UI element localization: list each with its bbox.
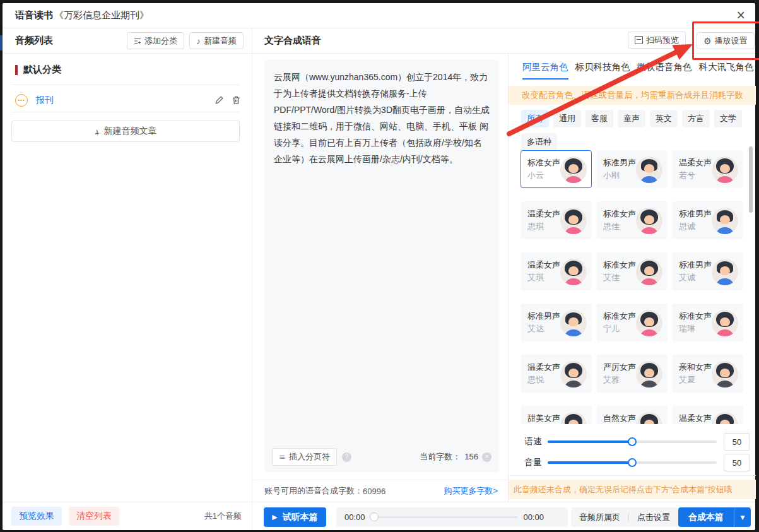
new-audio-button[interactable]: ♪ 新建音频 [189, 32, 244, 49]
avatar-face [568, 317, 579, 326]
chip-label: 客服 [591, 114, 608, 123]
slider-track[interactable] [548, 440, 717, 443]
voice-card[interactable]: 温柔女声 思琪 [521, 201, 592, 239]
avatar-face [644, 266, 654, 275]
voice-provider-tab[interactable]: 科大讯飞角色 [699, 61, 754, 80]
voice-card[interactable]: 标准男声 艾诚 [672, 252, 743, 290]
tab-label: 标贝科技角色 [575, 62, 630, 72]
audio-list-header: 音频列表 添加分类 ♪ 新建音频 [3, 28, 252, 53]
voice-sliders: 语速 音量 [509, 434, 756, 470]
voice-filter-chip[interactable]: 方言 [682, 110, 710, 127]
synthesize-button[interactable]: 合成本篇 ▼ [678, 507, 751, 527]
avatar-shirt [640, 227, 659, 234]
avatar-face [568, 266, 579, 275]
divider [11, 85, 240, 85]
slider-track[interactable] [548, 461, 717, 464]
delete-icon[interactable] [232, 95, 241, 105]
voice-filter-chip[interactable]: 客服 [585, 110, 613, 127]
audio-list-footer: 预览效果 清空列表 共1个音频 [3, 502, 252, 530]
voice-card[interactable]: 标准女声 艾佳 [596, 252, 668, 290]
tts-text-input[interactable]: 云展网（www.yunzhan365.com）创立于2014年，致力于为上传者提… [264, 60, 499, 472]
avatar-face [644, 215, 654, 224]
audio-page-label[interactable]: 音频所属页 [571, 507, 628, 527]
edit-icon[interactable] [215, 95, 224, 105]
avatar-shirt [564, 227, 583, 234]
chip-label: 所有 [527, 114, 543, 123]
voice-provider-tab[interactable]: 阿里云角色 [522, 61, 568, 80]
voice-provider-tab[interactable]: 标贝科技角色 [575, 61, 630, 80]
audio-item-baokan[interactable]: ••• 报刊 [15, 90, 244, 110]
voice-filter-chip[interactable]: 文学 [714, 110, 742, 127]
avatar-shirt [715, 329, 734, 336]
voice-card[interactable]: 温柔女声 艾琪 [521, 252, 592, 290]
play-settings-button[interactable]: ⚙ 播放设置 [697, 32, 755, 49]
scrollbar-thumb[interactable] [749, 146, 753, 213]
voice-card-grid: 标准女声 小云 标准男声 小刚 温柔女声 若兮 [521, 150, 745, 424]
voice-card[interactable]: 严厉女声 艾雅 [596, 355, 668, 393]
voice-filter-chip[interactable]: 通用 [553, 110, 581, 127]
avatar-shirt [564, 176, 583, 183]
tab-label: 微软语音角色 [637, 62, 692, 72]
voice-card[interactable]: 标准女声 瑞琳 [672, 304, 743, 341]
voice-card[interactable]: 自然女声 [596, 406, 668, 424]
voice-avatar [636, 208, 662, 234]
chevron-down-icon[interactable]: ▼ [734, 514, 751, 521]
voice-filter-chip[interactable]: 所有 [521, 110, 549, 127]
insert-page-break-button[interactable]: ≡ 插入分页符 [272, 448, 337, 466]
voice-filter-chips: 所有通用客服童声英文方言文学多语种 [509, 110, 753, 151]
avatar-face [720, 215, 730, 224]
voice-provider-tab[interactable]: 微软语音角色 [637, 61, 692, 80]
new-audio-article-button[interactable]: ♪ + 新建音频文章 [11, 121, 240, 142]
voice-card[interactable]: 亲和女声 艾夏 [672, 355, 743, 393]
voice-avatar [636, 157, 662, 183]
avatar-shirt [564, 329, 583, 336]
slider-thumb[interactable] [628, 437, 637, 446]
voice-card[interactable]: 标准女声 宁儿 [596, 304, 668, 341]
voice-card[interactable]: 标准男声 思诚 [672, 201, 743, 239]
voice-card[interactable]: 温柔女声 [672, 406, 743, 424]
avatar-shirt [640, 329, 659, 336]
category-default[interactable]: 默认分类 [15, 64, 61, 76]
voice-card[interactable]: 标准女声 思佳 [596, 201, 668, 239]
audio-count: 共1个音频 [204, 511, 242, 522]
tts-editor-title: 文字合成语音 [264, 35, 321, 47]
slider-thumb[interactable] [628, 458, 637, 467]
preview-effect-button[interactable]: 预览效果 [11, 507, 62, 526]
seek-thumb[interactable] [370, 512, 379, 521]
qr-scan-icon [635, 36, 643, 44]
voice-avatar [560, 259, 587, 285]
voice-card[interactable]: 温柔女声 思悦 [521, 355, 592, 393]
audio-page-group: 音频所属页 点击设置 [571, 507, 678, 527]
voice-filter-chip[interactable]: 多语种 [521, 133, 557, 151]
voice-avatar [636, 310, 662, 336]
clear-text-icon[interactable]: × [482, 452, 491, 462]
scan-preview-button[interactable]: 扫码预览 [628, 32, 686, 49]
help-icon[interactable]: ? [342, 452, 351, 462]
voice-filter-chip[interactable]: 英文 [650, 110, 678, 127]
buy-more-link[interactable]: 购买更多字数> [444, 485, 498, 497]
close-icon[interactable]: × [737, 7, 745, 23]
voice-card[interactable]: 标准男声 艾达 [521, 304, 592, 341]
voice-card[interactable]: 温柔女声 若兮 [672, 150, 743, 188]
listen-button[interactable]: ▶ 试听本篇 [264, 507, 326, 527]
clear-list-button[interactable]: 清空列表 [69, 507, 119, 526]
resynthesis-warning: 改变配音角色、语速或音量后，均需重新合成并且消耗字数 [509, 86, 756, 105]
seek-track[interactable] [371, 516, 518, 518]
play-icon: ▶ [272, 513, 277, 521]
voice-filter-chip[interactable]: 童声 [618, 110, 645, 127]
page-settings-button[interactable]: 点击设置 [629, 507, 678, 527]
gear-icon: ⚙ [703, 37, 712, 45]
voice-avatar [636, 259, 662, 285]
textarea-footer: ≡ 插入分页符 ? 当前字数： 156 × [272, 448, 491, 466]
voice-avatar [712, 310, 738, 336]
voice-card[interactable]: 标准女声 小云 [521, 150, 592, 188]
account-quota-label: 账号可用的语音合成字数： [264, 485, 363, 497]
avatar-shirt [640, 176, 659, 183]
voice-card[interactable]: 甜美女声 [521, 406, 592, 424]
slider-value-input[interactable] [724, 454, 750, 471]
voice-avatar [712, 259, 738, 285]
add-category-button[interactable]: 添加分类 [127, 32, 184, 49]
voice-card[interactable]: 标准男声 小刚 [596, 150, 668, 188]
slider-value-input[interactable] [724, 433, 750, 451]
voice-list-scrollbar[interactable] [749, 145, 753, 424]
